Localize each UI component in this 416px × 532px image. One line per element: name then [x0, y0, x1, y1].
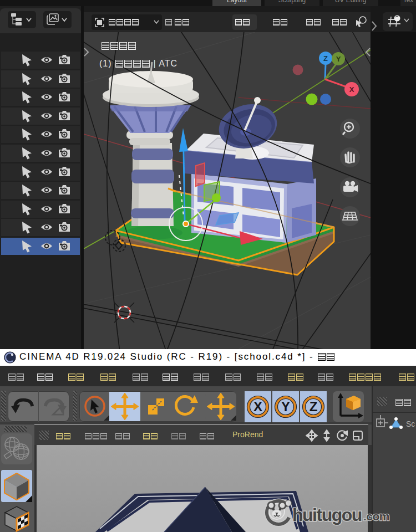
- svg-text:X: X: [253, 399, 262, 414]
- svg-text:Z: Z: [323, 54, 328, 63]
- svg-text:X: X: [349, 85, 354, 94]
- svg-text:Y: Y: [281, 399, 290, 414]
- svg-text:Y: Y: [336, 55, 341, 63]
- svg-text:Sc: Sc: [406, 420, 415, 428]
- svg-text:Z: Z: [310, 399, 318, 414]
